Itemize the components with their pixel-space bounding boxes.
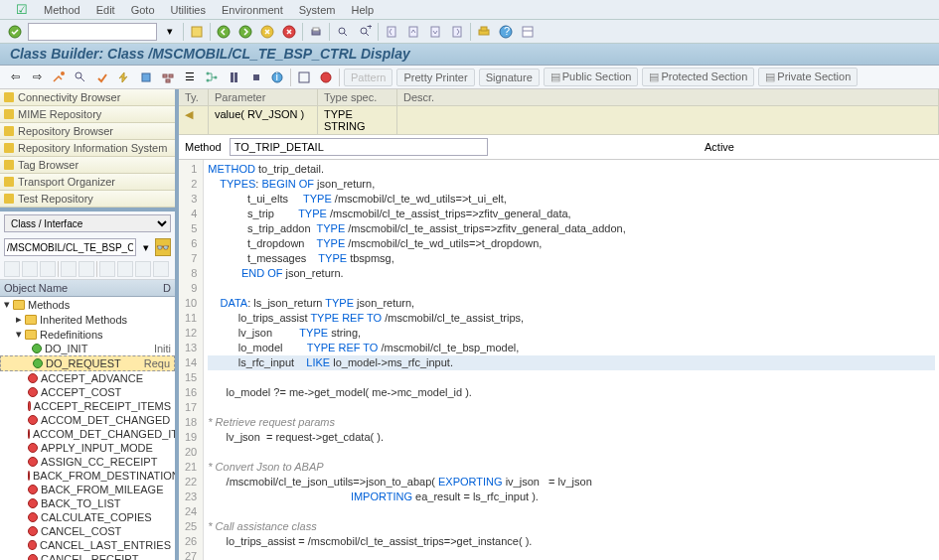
signature-button[interactable]: Signature (479, 69, 540, 86)
m-env[interactable]: Environment (214, 4, 291, 16)
method-item[interactable]: BACK_FROM_MILEAGE (0, 483, 175, 496)
nav-item[interactable]: Connectivity Browser (0, 89, 175, 106)
method-item[interactable]: CALCULATE_COPIES (0, 510, 175, 524)
tb8 (135, 261, 151, 277)
nav-item[interactable]: Tag Browser (0, 157, 175, 174)
svg-rect-27 (163, 74, 167, 77)
settings-icon[interactable] (475, 23, 493, 41)
method-icon (32, 344, 42, 353)
dropdown-icon[interactable]: ▾ (161, 23, 179, 41)
nav-item[interactable]: Repository Browser (0, 123, 175, 140)
method-item[interactable]: ACCEPT_ADVANCE (0, 371, 175, 385)
method-icon (28, 526, 38, 536)
method-tree[interactable]: ▾Methods ▸Inherited Methods ▾Redefinitio… (0, 297, 175, 560)
page-last-icon[interactable] (448, 23, 466, 41)
method-name-input[interactable] (230, 138, 488, 156)
where-used-icon[interactable] (159, 69, 177, 86)
page-up-icon[interactable] (404, 23, 422, 41)
nav-item[interactable]: Transport Organizer (0, 174, 175, 191)
method-item[interactable]: ACCOM_DET_CHANGED_ITEM (0, 427, 175, 441)
display-icon[interactable] (50, 69, 68, 86)
page-first-icon[interactable] (383, 23, 400, 41)
m-help[interactable]: Help (343, 4, 382, 16)
stop-icon[interactable] (280, 23, 298, 41)
tb7 (117, 261, 133, 277)
page-down-icon[interactable] (426, 23, 444, 41)
layout-icon[interactable] (519, 23, 537, 41)
obj-name-header: Object Name (4, 282, 163, 294)
find-next-icon[interactable]: + (356, 23, 374, 41)
nav-item[interactable]: MIME Repository (0, 106, 175, 123)
cancel-icon[interactable] (258, 23, 276, 41)
back-icon[interactable] (215, 23, 233, 41)
class-name-input[interactable] (4, 238, 136, 256)
app-toolbar: ⇦ ⇨ ☰ i Pattern Pretty Printer Signature… (0, 66, 939, 89)
nav-back-icon[interactable]: ⇦ (6, 69, 24, 86)
print-icon[interactable] (307, 23, 325, 41)
method-item[interactable]: BACK_FROM_DESTINATION (0, 469, 175, 483)
m-util[interactable]: Utilities (163, 4, 214, 16)
method-label: Method (185, 141, 222, 153)
tree-icon[interactable] (203, 69, 221, 86)
other-object-icon[interactable] (72, 69, 89, 86)
method-icon (28, 443, 38, 453)
exit-icon[interactable] (236, 23, 254, 41)
svg-line-9 (344, 33, 347, 36)
bullet-icon (4, 160, 14, 170)
bullet-icon (4, 92, 14, 102)
svg-point-3 (239, 26, 251, 38)
nav-fwd-icon[interactable]: ⇨ (28, 69, 46, 86)
check-icon[interactable] (93, 69, 111, 86)
method-status: Active (704, 141, 734, 153)
method-icon (28, 471, 30, 481)
pattern-button[interactable]: Pattern (344, 69, 392, 86)
nav-item[interactable]: Test Repository (0, 191, 175, 208)
folder-icon (13, 300, 25, 310)
pretty-printer-button[interactable]: Pretty Printer (396, 69, 474, 86)
m-edit[interactable]: Edit (88, 4, 123, 16)
method-item[interactable]: ACCEPT_COST (0, 385, 175, 399)
method-item[interactable]: BACK_TO_LIST (0, 496, 175, 510)
nav-item[interactable]: Repository Information System (0, 140, 175, 157)
private-section-button[interactable]: ▤Private Section (758, 68, 858, 86)
method-icon (28, 401, 31, 411)
svg-line-25 (80, 77, 84, 81)
svg-rect-28 (169, 74, 173, 77)
close-icon[interactable] (317, 69, 335, 86)
svg-line-11 (366, 33, 369, 36)
protected-section-button[interactable]: ▤Protected Section (642, 68, 754, 86)
find-icon[interactable] (334, 23, 352, 41)
fullscreen-icon[interactable] (295, 69, 313, 86)
activate-icon[interactable] (115, 69, 133, 86)
svg-rect-38 (299, 72, 309, 82)
breakpoint-icon[interactable] (225, 69, 242, 86)
method-item[interactable]: ACCEPT_RECEIPT_ITEMS (0, 399, 175, 413)
method-item[interactable]: CANCEL_LAST_ENTRIES (0, 538, 175, 552)
param-row[interactable]: ◀ value( RV_JSON ) TYPE STRING (179, 106, 939, 135)
object-type-select[interactable]: Class / Interface (4, 214, 171, 232)
help-icon[interactable]: ? (497, 23, 515, 41)
method-item[interactable]: CANCEL_RECEIPT (0, 552, 175, 560)
ok-icon[interactable] (6, 23, 24, 41)
command-field[interactable] (28, 23, 157, 41)
public-section-button[interactable]: ▤Public Section (544, 68, 639, 86)
display-list-icon[interactable]: ☰ (181, 69, 199, 86)
method-item[interactable]: ASSIGN_CC_RECEIPT (0, 455, 175, 469)
tb6 (99, 261, 115, 277)
save-icon[interactable] (188, 23, 206, 41)
method-item[interactable]: CANCEL_COST (0, 524, 175, 538)
command-bar: ▾ + ? (0, 20, 939, 44)
abap-editor[interactable]: 1234567891011121314151617181920212223242… (179, 160, 939, 560)
test-icon[interactable] (137, 69, 155, 86)
session-breakpoint-icon[interactable] (246, 69, 264, 86)
svg-rect-13 (388, 27, 395, 37)
svg-rect-16 (453, 27, 461, 37)
method-item[interactable]: ACCOM_DET_CHANGED (0, 413, 175, 427)
m-goto[interactable]: Goto (123, 4, 163, 16)
glasses-icon[interactable]: 👓 (155, 238, 171, 256)
method-item[interactable]: APPLY_INPUT_MODE (0, 441, 175, 455)
m-sys[interactable]: System (291, 4, 344, 16)
info-icon[interactable]: i (268, 69, 286, 86)
bullet-icon (4, 109, 14, 119)
m-method[interactable]: Method (36, 4, 88, 16)
